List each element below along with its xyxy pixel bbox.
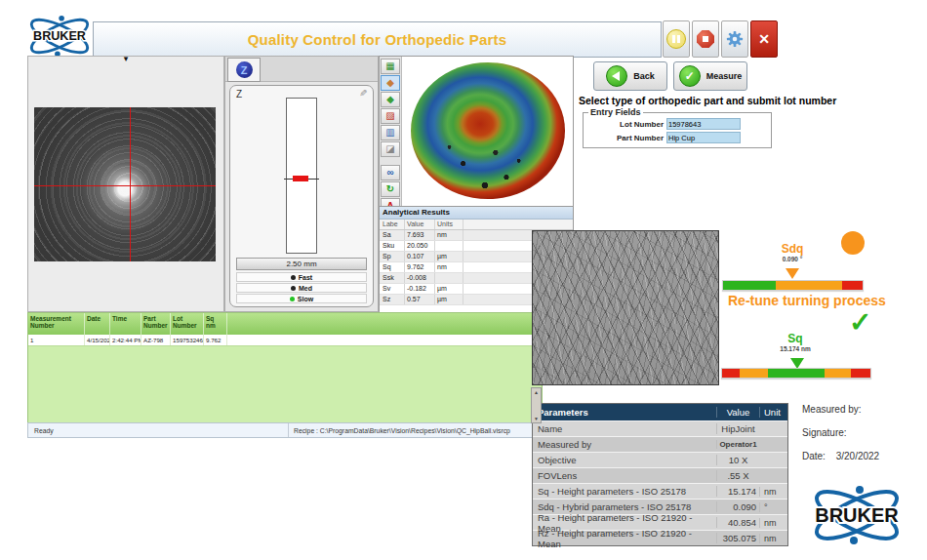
surface-texture-image[interactable] [532, 230, 719, 385]
sdq-value: 0.090 ° [767, 256, 818, 262]
analytical-results-header: Labe Value Units [380, 220, 573, 230]
surface-view-icon[interactable]: ◆ [381, 75, 400, 91]
radio-dot-icon [291, 275, 296, 280]
range-segment [722, 369, 740, 378]
lot-number-field[interactable] [666, 118, 741, 130]
histogram-icon[interactable]: ▥ [381, 125, 400, 140]
close-button[interactable]: ✕ [750, 20, 778, 58]
lot-number-row: Lot Number [584, 118, 767, 130]
range-segment [740, 369, 768, 378]
measure-button[interactable]: ✓ Measure [673, 61, 747, 91]
refresh-icon[interactable]: ↻ [381, 181, 400, 197]
back-button[interactable]: Back [593, 61, 667, 91]
table-scrollbar[interactable]: ▲ ▼ [531, 387, 542, 423]
part-number-label: Part Number [584, 134, 666, 142]
radio-speed-med[interactable]: Med [236, 283, 367, 293]
dataset-grid-icon[interactable]: ▦ [381, 59, 400, 74]
lot-number-label: Lot Number [584, 120, 666, 129]
sdq-label: Sdq [767, 242, 818, 256]
camera-live-image[interactable] [34, 107, 216, 261]
measurement-table: Measurement Number Date Time Part Number… [27, 312, 543, 424]
table-row: Objective 10 X [533, 452, 787, 467]
table-row: Measured by Operator1 [533, 436, 787, 452]
z-axis-control: Z ✎ 2.50 mm Fast Med Slow [229, 85, 374, 307]
column-header[interactable]: Lot Number [171, 313, 204, 335]
link-icon[interactable]: ∞ [381, 165, 400, 180]
z-position-label: 2.50 mm [236, 258, 367, 270]
measurement-table-header: Measurement Number Date Time Part Number… [28, 313, 542, 335]
edit-icon[interactable]: ✎ [359, 88, 367, 99]
analytical-results-title: Analytical Results [380, 207, 573, 220]
status-recipe-path: Recipe : C:\ProgramData\Bruker\Vision\Re… [289, 427, 510, 434]
window-title-bar: Quality Control for Orthopedic Parts [93, 21, 662, 58]
column-header[interactable]: Time [110, 313, 141, 335]
profile-view-icon[interactable]: ◪ [381, 141, 400, 157]
z-slider[interactable] [286, 98, 317, 254]
z-slider-handle[interactable] [293, 176, 308, 181]
radio-dot-icon [290, 297, 295, 301]
viewer-toolbar: ▦ ◆ ◆ ▨ ▥ ◪ ∞ ↻ A [380, 57, 402, 207]
chevron-down-icon[interactable]: ▾ [124, 54, 129, 63]
back-icon [606, 65, 627, 87]
range-segment [776, 281, 841, 290]
surface-heatmap[interactable] [411, 62, 565, 199]
svg-text:BRUKER: BRUKER [815, 504, 899, 526]
sdq-indicator: Sdq 0.090 ° [767, 242, 818, 262]
table-row: FOVLens .55 X [533, 467, 787, 483]
scroll-up-icon[interactable]: ▲ [534, 388, 539, 396]
color-image-icon[interactable]: ▨ [381, 108, 400, 124]
date-line: Date: 3/20/2022 [802, 451, 919, 461]
column-header[interactable]: Part Number [141, 313, 171, 335]
sq-value: 15.174 nm [770, 345, 821, 352]
part-number-row: Part Number [584, 132, 767, 143]
table-row: Name HipJoint [533, 420, 787, 436]
measured-by-label: Measured by: [802, 404, 919, 415]
column-header[interactable]: Sq nm [204, 313, 227, 335]
signature-label: Signature: [802, 427, 919, 438]
bruker-logo: BRUKER [806, 484, 907, 546]
warning-dot-icon [841, 231, 865, 255]
pass-check-icon: ✓ [849, 306, 871, 339]
parameters-table: Parameters Value Unit Name HipJoint Meas… [532, 403, 788, 546]
radio-speed-fast[interactable]: Fast [236, 272, 367, 282]
entry-fields-group: Entry Fields Lot Number Part Number [583, 107, 772, 148]
pause-icon [666, 29, 686, 49]
tab-z-axis[interactable]: Z [227, 58, 261, 82]
table-row[interactable]: 1 4/15/2022 2:42:44 PM AZ-798 1597532468… [28, 335, 542, 346]
entry-fields-legend: Entry Fields [588, 107, 643, 117]
close-icon: ✕ [758, 31, 770, 47]
radio-speed-slow[interactable]: Slow [236, 294, 367, 303]
camera-panel: ▾ [27, 56, 224, 312]
range-segment [851, 369, 870, 378]
scroll-down-icon[interactable]: ▼ [534, 415, 539, 422]
pause-button[interactable] [663, 20, 690, 58]
radio-dot-icon [291, 286, 296, 291]
surface-viewer-panel: ▦ ◆ ◆ ▨ ▥ ◪ ∞ ↻ A [379, 56, 574, 208]
z-panel-label: Z [236, 89, 242, 100]
settings-button[interactable] [721, 20, 748, 58]
z-axis-panel: Z Z ✎ 2.50 mm Fast Med Slow [224, 56, 379, 312]
sq-label: Sq [770, 332, 821, 345]
z-axis-icon: Z [236, 61, 253, 78]
parameters-table-header: Parameters Value Unit [533, 404, 787, 420]
column-header[interactable]: Measurement Number [28, 313, 85, 335]
range-segment [842, 281, 863, 290]
part-number-field[interactable] [666, 132, 741, 143]
signature-block: Measured by: Signature: Date: 3/20/2022 [802, 404, 919, 461]
sq-range-bar [721, 368, 871, 379]
stop-button[interactable] [692, 20, 719, 58]
gear-icon [726, 30, 744, 48]
date-value: 3/20/2022 [836, 451, 880, 461]
range-segment [825, 369, 851, 378]
z-speed-options: Fast Med Slow [236, 272, 367, 304]
app-window: { "app": { "brand": "BRUKER", "title": "… [0, 0, 927, 560]
range-segment [723, 281, 776, 290]
crosshair-horizontal [34, 185, 216, 186]
column-header[interactable]: Date [85, 313, 110, 335]
page-title: Quality Control for Orthopedic Parts [248, 31, 507, 48]
sq-indicator: Sq 15.174 nm [770, 332, 821, 352]
table-row: Sq - Height parameters - ISO 25178 15.17… [533, 483, 787, 499]
window-controls: ✕ [663, 20, 778, 57]
sdq-pointer-icon [786, 268, 799, 279]
mesh-view-icon[interactable]: ◆ [381, 92, 400, 107]
